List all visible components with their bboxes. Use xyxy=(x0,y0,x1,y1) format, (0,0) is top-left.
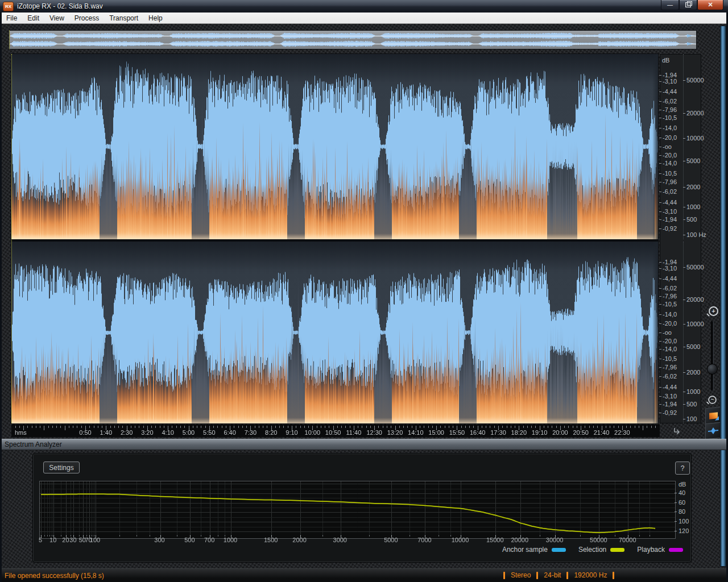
freq-tick xyxy=(683,113,685,114)
zoom-slider-track[interactable] xyxy=(711,321,713,390)
analyzer-freq-label: 50000 xyxy=(590,537,607,543)
db-tick xyxy=(659,163,661,164)
spectrogram-channel-left[interactable] xyxy=(11,54,658,239)
spectrogram-view-button[interactable] xyxy=(705,407,721,425)
level-strip[interactable] xyxy=(720,26,726,567)
freq-tick xyxy=(683,324,685,325)
db-tick xyxy=(659,396,661,397)
zoom-in-icon[interactable]: + xyxy=(709,306,718,316)
freq-tick xyxy=(683,207,685,207)
menu-process[interactable]: Process xyxy=(69,13,104,23)
analyzer-freq-label: 15000 xyxy=(486,537,504,543)
menu-help[interactable]: Help xyxy=(143,13,168,23)
freq-tick xyxy=(683,161,685,161)
db-tick xyxy=(659,110,661,110)
menu-view[interactable]: View xyxy=(44,13,69,23)
analyzer-freq-label: 10 xyxy=(49,537,56,543)
status-field: Stereo xyxy=(511,571,531,579)
freq-tick xyxy=(683,267,685,268)
db-tick xyxy=(659,268,661,269)
db-tick xyxy=(659,288,661,289)
db-tick xyxy=(659,219,661,220)
db-scale-label: -3,10 xyxy=(663,265,677,272)
file-overview-strip[interactable] xyxy=(9,30,697,49)
freq-scale-label: 20000 xyxy=(686,110,704,117)
analyzer-plot xyxy=(39,481,676,539)
legend-label: Selection xyxy=(578,546,606,554)
time-ruler[interactable] xyxy=(11,425,660,437)
db-tick xyxy=(659,304,661,305)
db-tick xyxy=(659,202,661,203)
selection-start-line xyxy=(11,54,12,423)
close-icon: ✕ xyxy=(708,1,713,9)
waveform-view-button[interactable] xyxy=(705,422,721,440)
db-tick xyxy=(659,404,661,405)
status-separator xyxy=(503,572,505,579)
title-bar[interactable]: RX iZotope RX - 02. Sida B.wav — ✕ xyxy=(0,0,728,13)
analyzer-settings-button[interactable]: Settings xyxy=(43,462,80,473)
spectrogram-channel-right[interactable] xyxy=(11,242,658,423)
minimize-button[interactable]: — xyxy=(661,0,679,10)
zoom-out-icon[interactable]: − xyxy=(708,396,716,404)
help-icon: ? xyxy=(681,464,685,472)
db-tick xyxy=(659,367,661,368)
freq-scale-label: 50000 xyxy=(686,77,704,84)
db-tick xyxy=(659,332,661,333)
db-scale-label: -6,02 xyxy=(663,98,677,105)
menu-edit[interactable]: Edit xyxy=(22,13,44,23)
status-field: 192000 Hz xyxy=(574,571,607,579)
freq-scale-label: 2000 xyxy=(686,184,700,190)
freq-scale-label: 500 xyxy=(686,216,697,223)
analyzer-freq-label: 3000 xyxy=(333,537,347,543)
status-separator xyxy=(536,572,538,579)
db-tick xyxy=(659,413,661,413)
legend-swatch xyxy=(669,548,683,552)
freq-tick xyxy=(683,347,685,347)
db-tick xyxy=(659,101,661,102)
db-scale-label: -14,0 xyxy=(663,346,677,352)
db-tick xyxy=(659,359,661,359)
freq-tick xyxy=(683,404,685,405)
analyzer-db-tick xyxy=(675,521,677,522)
analyzer-db-label: 120 xyxy=(679,527,689,534)
overview-waveform[interactable] xyxy=(10,31,696,49)
db-tick xyxy=(659,118,661,118)
db-scale-label: -7,96 xyxy=(663,178,677,185)
db-scale-label: -20,0 xyxy=(663,338,677,344)
db-tick xyxy=(659,349,661,350)
menu-transport[interactable]: Transport xyxy=(104,13,143,23)
status-bar: File opened successfully (15,8 s) Stereo… xyxy=(0,568,728,582)
db-scale-label: -3,10 xyxy=(663,393,677,400)
analyzer-db-label: 100 xyxy=(679,518,689,525)
analyzer-help-button[interactable]: ? xyxy=(675,462,690,475)
db-scale-label: -20,0 xyxy=(663,152,677,159)
db-tick xyxy=(659,228,661,229)
restore-button[interactable] xyxy=(679,0,697,10)
analyzer-freq-label: 20000 xyxy=(511,537,529,543)
close-button[interactable]: ✕ xyxy=(697,0,723,10)
menu-file[interactable]: File xyxy=(1,13,22,23)
freq-scale-separator xyxy=(683,54,684,239)
freq-scale-label: 10000 xyxy=(686,321,704,327)
zoom-slider-knob[interactable] xyxy=(707,364,718,375)
analyzer-db-tick xyxy=(675,512,677,512)
analyzer-freq-label: 30000 xyxy=(546,537,564,543)
db-scale-label: -4,44 xyxy=(663,199,677,206)
analyzer-db-label: 80 xyxy=(679,508,685,515)
analyzer-freq-label: 30 xyxy=(69,537,76,543)
spectrogram-icon xyxy=(709,412,718,419)
analyzer-freq-label: 700 xyxy=(204,537,214,543)
db-tick xyxy=(659,296,661,297)
analyzer-freq-label: 7000 xyxy=(417,537,431,543)
analyzer-freq-label: 1000 xyxy=(224,537,237,543)
analyzer-freq-label: 1500 xyxy=(264,537,278,543)
db-scale-label: -oo xyxy=(663,143,672,150)
izotope-rx-window: RX iZotope RX - 02. Sida B.wav — ✕ FileE… xyxy=(0,0,728,582)
freq-tick xyxy=(683,300,685,300)
freq-scale-label: 100 xyxy=(686,415,697,422)
menu-bar: FileEditViewProcessTransportHelp xyxy=(0,13,728,24)
db-tick xyxy=(659,81,661,82)
db-tick xyxy=(659,128,661,128)
analyzer-header[interactable]: Spectrum Analyzer xyxy=(0,439,728,450)
freq-tick xyxy=(683,187,685,188)
